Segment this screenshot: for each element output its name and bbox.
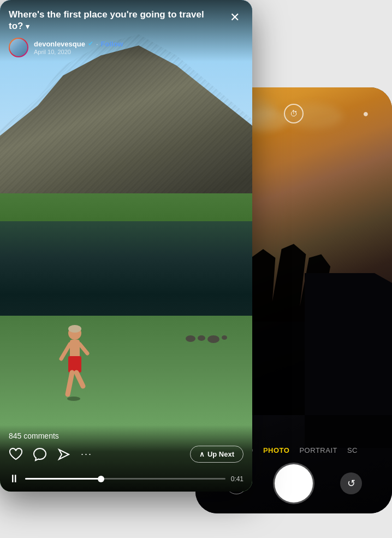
svg-line-6 [61,344,70,359]
up-next-button[interactable]: ∧ Up Next [190,446,243,463]
share-button[interactable] [57,447,71,462]
progress-fill [25,478,101,480]
svg-line-4 [68,373,72,394]
follow-button[interactable]: Follow [101,40,123,48]
rocks [186,335,227,343]
comment-button[interactable] [33,447,47,462]
svg-rect-2 [70,340,80,359]
rock-4 [222,335,227,340]
avatar-image [10,39,27,56]
rock-2 [198,335,205,341]
action-icons: ··· [9,447,92,462]
like-button[interactable] [9,448,23,461]
progress-thumb[interactable] [98,476,104,482]
mode-portrait[interactable]: PORTRAIT [299,446,337,454]
svg-point-1 [68,325,81,333]
post-header: Where's the first place you're going to … [0,0,252,62]
dot-separator: · [96,40,98,48]
post-date: April 10, 2020 [34,49,123,55]
user-name-row: devonlevesque ✔ · Follow [34,40,123,48]
runner-figure [56,323,94,403]
mode-sc[interactable]: SC [347,446,358,454]
svg-point-8 [67,397,80,401]
post-video: Where's the first place you're going to … [0,0,252,492]
svg-line-7 [80,344,87,353]
svg-line-5 [76,373,83,386]
verified-badge: ✔ [88,40,93,48]
svg-rect-3 [68,356,81,373]
close-button[interactable]: ✕ [226,9,243,26]
post-user-row: devonlevesque ✔ · Follow April 10, 2020 [9,38,243,57]
action-bar: ··· ∧ Up Next [9,446,243,463]
post-title: Where's the first place you're going to … [9,9,216,32]
title-dropdown-arrow[interactable]: ▾ [26,22,29,31]
comments-count[interactable]: 845 comments [9,431,243,440]
rock-1 [186,335,195,342]
mode-photo[interactable]: PHOTO [263,446,290,454]
post-bottom-controls: 845 comments [0,425,252,492]
user-info: devonlevesque ✔ · Follow April 10, 2020 [34,40,123,55]
progress-bar-container: ⏸ 0:41 [9,468,243,492]
more-options-button[interactable]: ··· [81,448,92,460]
rock-3 [207,335,219,343]
progress-track[interactable] [25,478,225,480]
username[interactable]: devonlevesque [34,40,85,48]
timer-icon[interactable]: ⏱ [284,104,304,123]
user-avatar[interactable] [9,38,28,57]
shutter-button[interactable] [275,464,313,502]
live-icon[interactable]: ● [356,104,376,123]
instagram-post: Where's the first place you're going to … [0,0,252,492]
flip-camera-button[interactable]: ↺ [340,472,362,494]
pause-button[interactable]: ⏸ [9,472,20,485]
up-next-arrow: ∧ [199,450,205,458]
time-display: 0:41 [231,475,243,483]
